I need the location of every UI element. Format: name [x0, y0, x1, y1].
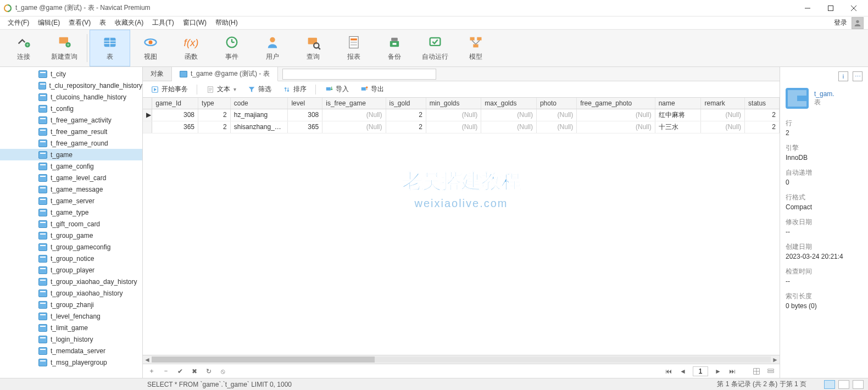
grid-hscroll[interactable]: ◄ ► — [143, 355, 780, 364]
menu-table[interactable]: 表 — [96, 17, 109, 29]
column-header[interactable]: min_golds — [426, 98, 481, 109]
tb-new-query[interactable]: +新建查询 — [44, 30, 85, 66]
cell[interactable]: hz_majiang — [230, 109, 288, 121]
menu-tools[interactable]: 工具(T) — [149, 17, 177, 29]
cell[interactable]: (Null) — [701, 121, 745, 133]
tree-item[interactable]: t_clu_repository_handle_history — [0, 80, 142, 91]
column-header[interactable]: is_gold — [386, 98, 426, 109]
btn-export[interactable]: 导出 — [358, 83, 386, 95]
cell[interactable]: (Null) — [322, 109, 386, 121]
btn-import[interactable]: 导入 — [322, 83, 351, 95]
cell[interactable]: 2 — [386, 121, 426, 133]
table-tree[interactable]: t_cityt_clu_repository_handle_historyt_c… — [0, 67, 142, 378]
cell[interactable]: (Null) — [426, 121, 481, 133]
cell[interactable]: (Null) — [577, 121, 655, 133]
menu-window[interactable]: 窗口(W) — [180, 17, 210, 29]
column-header[interactable]: max_golds — [481, 98, 537, 109]
cell[interactable]: 红中麻将 — [655, 109, 701, 121]
column-header[interactable]: game_Id — [152, 98, 198, 109]
tree-item[interactable]: t_city — [0, 68, 142, 80]
ddl-icon[interactable]: ⋯ — [853, 71, 863, 81]
tb-user[interactable]: 用户 — [252, 30, 293, 66]
tree-item[interactable]: t_game_config — [0, 160, 142, 172]
tree-item[interactable]: t_group_gameconfig — [0, 241, 142, 253]
info-icon[interactable]: i — [838, 71, 848, 81]
btn-cancel[interactable]: ✖ — [190, 367, 199, 376]
btn-text[interactable]: 文本▾ — [204, 83, 238, 95]
tree-item[interactable]: t_game — [0, 149, 142, 160]
column-header[interactable]: status — [745, 98, 780, 109]
tree-item[interactable]: t_login_history — [0, 333, 142, 345]
tree-item[interactable]: t_group_xiaohao_day_history — [0, 276, 142, 287]
scroll-left-icon[interactable]: ◄ — [143, 355, 152, 364]
table-row[interactable]: 3652shisanzhang_new365(Null)2(Null)(Null… — [143, 121, 780, 133]
btn-filter[interactable]: 筛选 — [245, 83, 274, 95]
tb-connection[interactable]: +连接 — [3, 30, 44, 66]
btn-sort[interactable]: 排序 — [280, 83, 309, 95]
page-first[interactable]: ⏮ — [664, 367, 673, 376]
cell[interactable]: shisanzhang_new — [230, 121, 288, 133]
menu-help[interactable]: 帮助(H) — [212, 17, 241, 29]
page-input[interactable] — [693, 366, 708, 376]
tree-item[interactable]: t_group_notice — [0, 253, 142, 264]
cell[interactable]: 2 — [198, 121, 231, 133]
tb-view[interactable]: 视图 — [130, 30, 171, 66]
tree-item[interactable]: t_limit_game — [0, 322, 142, 333]
tb-function[interactable]: f(x)函数 — [171, 30, 212, 66]
tb-query[interactable]: 查询 — [293, 30, 333, 66]
cell[interactable]: 2 — [198, 109, 231, 121]
column-header[interactable]: free_game_photo — [577, 98, 655, 109]
tree-item[interactable]: t_game_type — [0, 207, 142, 218]
cell[interactable]: (Null) — [701, 109, 745, 121]
menu-file[interactable]: 文件(F) — [4, 17, 32, 29]
btn-stop[interactable]: ⦸ — [219, 367, 227, 376]
tree-item[interactable]: t_group_game — [0, 230, 142, 241]
tree-item[interactable]: t_group_player — [0, 264, 142, 276]
cell[interactable]: 308 — [288, 109, 322, 121]
btn-add-row[interactable]: ＋ — [147, 367, 156, 376]
tree-item[interactable]: t_group_zhanji — [0, 299, 142, 310]
tree-item[interactable]: t_game_message — [0, 183, 142, 195]
login-link[interactable]: 登录 — [834, 18, 847, 27]
cell[interactable]: 365 — [152, 121, 198, 133]
btn-apply[interactable]: ✔ — [176, 367, 185, 376]
tb-model[interactable]: 模型 — [455, 30, 496, 66]
tree-item[interactable]: t_clucoins_handle_history — [0, 91, 142, 103]
cell[interactable]: 2 — [745, 109, 780, 121]
menu-favorites[interactable]: 收藏夹(A) — [112, 17, 147, 29]
close-button[interactable] — [843, 1, 865, 16]
cell[interactable]: (Null) — [322, 121, 386, 133]
user-avatar[interactable] — [852, 17, 864, 29]
column-header[interactable]: level — [288, 98, 322, 109]
tree-item[interactable]: t_group_xiaohao_history — [0, 287, 142, 299]
btn-delete-row[interactable]: － — [162, 367, 170, 376]
column-header[interactable]: type — [198, 98, 231, 109]
tab-objects[interactable]: 对象 — [143, 67, 172, 81]
cell[interactable]: 308 — [152, 109, 198, 121]
view-grid-icon[interactable] — [752, 367, 761, 376]
column-header[interactable]: is_free_game — [322, 98, 386, 109]
column-header[interactable]: photo — [536, 98, 576, 109]
btn-refresh[interactable]: ↻ — [204, 367, 213, 376]
tree-item[interactable]: t_game_server — [0, 195, 142, 207]
data-grid[interactable]: game_Idtypecodelevelis_free_gameis_goldm… — [143, 98, 780, 133]
cell[interactable]: (Null) — [481, 121, 537, 133]
cell[interactable]: 十三水 — [655, 121, 701, 133]
cell[interactable]: (Null) — [536, 109, 576, 121]
cell[interactable]: (Null) — [577, 109, 655, 121]
view-form-icon[interactable] — [766, 367, 775, 376]
menu-view[interactable]: 查看(V) — [65, 17, 94, 29]
scroll-right-icon[interactable]: ► — [771, 355, 780, 364]
cell[interactable]: 2 — [745, 121, 780, 133]
maximize-button[interactable] — [820, 1, 842, 16]
scroll-thumb[interactable] — [152, 356, 375, 363]
tree-item[interactable]: t_free_game_round — [0, 137, 142, 149]
menu-edit[interactable]: 编辑(E) — [35, 17, 63, 29]
cell[interactable]: 2 — [386, 109, 426, 121]
tab-current-table[interactable]: t_game @game (测试) - 表 — [172, 67, 278, 81]
tree-item[interactable]: t_free_game_activity — [0, 114, 142, 126]
tree-item[interactable]: t_game_level_card — [0, 172, 142, 183]
column-header[interactable]: remark — [701, 98, 745, 109]
cell[interactable]: (Null) — [481, 109, 537, 121]
tree-item[interactable]: t_config — [0, 103, 142, 114]
